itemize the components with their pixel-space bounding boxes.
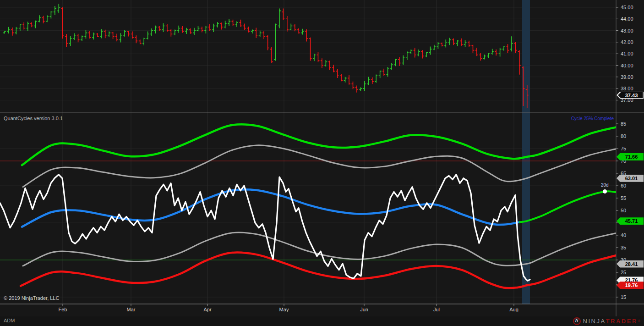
indicator-title: QuantCycles version 3.0.1 — [4, 116, 63, 121]
ohlc-bar — [65, 34, 68, 47]
ohlc-bar — [154, 26, 157, 33]
logo-text-trader: TRADER — [606, 318, 638, 325]
chart-plot-area[interactable] — [0, 0, 644, 326]
price-tick-label: 44.00 — [621, 16, 633, 22]
ohlc-bar — [387, 67, 389, 77]
ohlc-bar — [169, 29, 172, 37]
ohlc-bar — [414, 48, 416, 57]
ohlc-bar — [324, 60, 327, 66]
ohlc-bar — [162, 23, 164, 32]
ohlc-bar — [483, 55, 486, 59]
month-tick-label: May — [279, 307, 289, 312]
marker-value: 37.43 — [620, 92, 643, 99]
ohlc-bar — [332, 65, 335, 72]
price-marker-71.66: 71.66 — [617, 153, 644, 160]
ohlc-bar — [507, 44, 509, 53]
ohlc-bar — [208, 24, 211, 31]
ohlc-bar — [92, 33, 95, 39]
ohlc-bar — [262, 31, 265, 39]
price-tick-label: 38.00 — [621, 86, 633, 91]
ohlc-bar — [390, 63, 393, 70]
ohlc-bar — [247, 27, 250, 33]
ninjatrader-logo-icon: N — [573, 317, 581, 325]
ohlc-bar — [382, 69, 385, 76]
oscillator-tick-label: 25 — [621, 270, 626, 275]
ohlc-bar — [278, 9, 281, 28]
ohlc-bar — [406, 51, 409, 60]
ohlc-bar — [96, 33, 99, 37]
ohlc-bar — [471, 45, 474, 53]
ohlc-bar — [131, 31, 134, 39]
month-tick-label: Mar — [127, 307, 136, 312]
ohlc-bar — [301, 29, 304, 35]
oscillator-tick-label: 50 — [621, 208, 626, 213]
oscillator-tick-label: 15 — [621, 294, 626, 300]
ohlc-bar — [294, 24, 296, 32]
marker-value: 19.76 — [620, 282, 643, 289]
ohlc-bar — [289, 23, 292, 30]
ohlc-bar — [286, 16, 289, 32]
projection-20d-label: 20d — [601, 182, 609, 188]
month-tick-label: Feb — [59, 307, 67, 312]
marker-value: 45.71 — [620, 217, 643, 225]
ohlc-bar — [448, 38, 451, 45]
ohlc-bar — [363, 81, 366, 91]
price-tick-label: 45.00 — [621, 5, 633, 10]
ohlc-bar — [452, 39, 455, 45]
oscillator-tick-label: 75 — [621, 146, 626, 151]
ohlc-bar — [3, 31, 6, 34]
ohlc-bar — [475, 48, 478, 56]
oscillator-tick-label: 85 — [621, 121, 626, 127]
ohlc-bar — [7, 27, 10, 33]
ohlc-bar — [61, 7, 64, 39]
ohlc-bar — [305, 29, 308, 41]
oscillator-tick-label: 35 — [621, 245, 626, 250]
curve-cycle-blue — [22, 189, 520, 227]
ohlc-bar — [270, 47, 273, 63]
ohlc-bar — [193, 28, 196, 35]
ohlc-bar — [232, 20, 235, 26]
ohlc-bar — [108, 32, 110, 37]
ohlc-bar — [166, 24, 169, 32]
ohlc-bar — [120, 33, 122, 42]
ohlc-bar — [189, 28, 192, 34]
ohlc-bar — [77, 34, 80, 42]
ohlc-bar — [499, 48, 502, 57]
ohlc-bar — [409, 50, 412, 54]
price-marker-37.43: 37.43 — [617, 92, 644, 99]
ohlc-bar — [127, 31, 130, 36]
ohlc-bar — [255, 28, 257, 38]
ohlc-bar — [297, 28, 300, 34]
ohlc-bar — [34, 21, 37, 28]
ohlc-bar — [150, 28, 153, 36]
price-marker-28.41: 28.41 — [617, 260, 644, 268]
ohlc-bar — [348, 75, 350, 85]
price-bars[interactable] — [3, 4, 529, 108]
ohlc-bar — [57, 4, 60, 13]
ohlc-bar — [425, 52, 428, 57]
ohlc-bar — [123, 30, 126, 37]
ohlc-bar — [367, 77, 370, 85]
ohlc-bar — [336, 69, 339, 78]
ohlc-bar — [69, 36, 72, 46]
ninjatrader-logo: N NINJATRADER® — [573, 317, 640, 326]
curve-projection-green — [520, 191, 616, 222]
ohlc-bar — [371, 77, 374, 84]
ohlc-bar — [510, 36, 513, 51]
logo-registered-mark: ® — [638, 320, 640, 323]
instrument-label[interactable]: ADM — [4, 318, 15, 323]
ohlc-bar — [344, 77, 347, 83]
ohlc-bar — [359, 87, 362, 91]
price-marker-19.76: 19.76 — [617, 282, 644, 289]
ohlc-bar — [112, 32, 115, 39]
cycle-complete-label: Cycle 25% Complete — [571, 116, 614, 121]
ohlc-bar — [142, 38, 145, 45]
ohlc-bar — [479, 53, 482, 61]
ohlc-bar — [19, 24, 22, 31]
ohlc-bar — [340, 74, 343, 81]
ohlc-bar — [27, 22, 29, 31]
ohlc-bar — [394, 59, 397, 66]
projection-dot-icon — [603, 189, 607, 193]
ohlc-bar — [185, 28, 188, 34]
ohlc-bar — [514, 42, 517, 53]
